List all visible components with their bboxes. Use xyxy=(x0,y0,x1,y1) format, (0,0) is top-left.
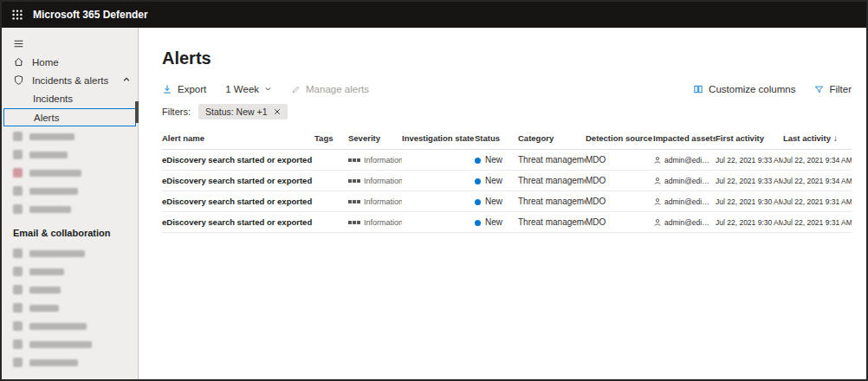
category-cell: Threat management xyxy=(518,176,586,185)
chevron-down-icon xyxy=(264,84,272,94)
alerts-table: Alert name Tags Severity Investigation s… xyxy=(139,127,866,233)
sidebar-item-redacted[interactable] xyxy=(2,244,138,262)
redacted-icon xyxy=(13,339,23,349)
sidebar-item-alerts[interactable]: Alerts xyxy=(3,108,136,126)
filters-row: Filters: Status: New +1 xyxy=(139,100,866,127)
sidebar-item-redacted[interactable] xyxy=(2,164,138,182)
redacted-label xyxy=(29,359,78,366)
alert-name-cell[interactable]: eDiscovery search started or exported xyxy=(162,197,314,206)
category-cell: Threat management xyxy=(518,155,586,165)
sidebar-item-redacted[interactable] xyxy=(2,299,138,317)
sidebar-item-redacted[interactable] xyxy=(2,317,138,335)
detection-source-cell: MDO xyxy=(586,176,653,185)
column-header-severity[interactable]: Severity xyxy=(348,133,402,143)
status-cell: New xyxy=(475,197,518,206)
sidebar-item-incidents[interactable]: Incidents xyxy=(2,89,138,107)
export-button[interactable]: Export xyxy=(162,84,206,94)
hamburger-icon xyxy=(13,38,24,49)
time-range-label: 1 Week xyxy=(225,84,259,94)
redacted-label xyxy=(29,305,59,312)
sidebar-item-incidents-alerts[interactable]: Incidents & alerts xyxy=(2,71,138,89)
main-content: Alerts Export 1 Week xyxy=(139,28,866,381)
alert-name-cell[interactable]: eDiscovery search started or exported xyxy=(162,176,314,185)
command-bar: Export 1 Week Manage alerts xyxy=(139,84,866,100)
table-header-row: Alert name Tags Severity Investigation s… xyxy=(162,127,852,150)
table-row[interactable]: eDiscovery search started or exported In… xyxy=(162,171,852,191)
sidebar: Home Incidents & alerts Incidents Alerts xyxy=(2,28,139,381)
last-activity-cell: Jul 22, 2021 9:31 AM xyxy=(783,218,852,227)
column-header-tags[interactable]: Tags xyxy=(314,133,348,143)
category-cell: Threat management xyxy=(518,197,586,206)
sidebar-item-redacted[interactable] xyxy=(2,262,138,281)
sidebar-item-redacted[interactable] xyxy=(2,182,138,200)
table-row[interactable]: eDiscovery search started or exported In… xyxy=(162,191,852,212)
top-bar: Microsoft 365 Defender xyxy=(2,2,866,28)
incidents-alerts-icon xyxy=(13,74,24,86)
category-cell: Threat management xyxy=(518,217,586,227)
redacted-icon xyxy=(13,303,23,313)
download-icon xyxy=(162,84,172,94)
alert-name-cell[interactable]: eDiscovery search started or exported xyxy=(162,217,314,227)
app-launcher-button[interactable] xyxy=(2,2,33,28)
severity-cell: Informational xyxy=(348,155,402,165)
severity-informational-icon xyxy=(348,158,360,162)
table-row[interactable]: eDiscovery search started or exported In… xyxy=(162,150,852,171)
sidebar-item-redacted[interactable] xyxy=(2,353,138,371)
user-icon xyxy=(653,218,662,227)
severity-informational-icon xyxy=(348,179,360,183)
sidebar-item-label: Alerts xyxy=(34,113,59,123)
sidebar-item-redacted[interactable] xyxy=(2,145,138,164)
redacted-icon xyxy=(13,285,23,294)
column-header-first-activity[interactable]: First activity xyxy=(716,133,783,143)
detection-source-cell: MDO xyxy=(586,155,653,165)
close-icon[interactable] xyxy=(274,108,281,115)
sidebar-item-redacted[interactable] xyxy=(2,200,138,218)
sidebar-redacted-group-bottom xyxy=(2,244,138,371)
redacted-label xyxy=(29,206,71,213)
sort-descending-icon: ↓ xyxy=(833,133,838,143)
page-title: Alerts xyxy=(162,48,866,68)
redacted-icon xyxy=(13,321,23,331)
column-header-status[interactable]: Status xyxy=(475,133,518,143)
sidebar-item-redacted[interactable] xyxy=(2,335,138,353)
sidebar-item-redacted[interactable] xyxy=(2,281,138,299)
first-activity-cell: Jul 22, 2021 9:30 AM xyxy=(716,197,783,206)
alert-name-cell[interactable]: eDiscovery search started or exported xyxy=(162,155,314,165)
customize-columns-button[interactable]: Customize columns xyxy=(693,84,795,94)
status-filter-chip[interactable]: Status: New +1 xyxy=(198,104,288,119)
filter-button[interactable]: Filter xyxy=(814,84,852,94)
status-new-dot-icon xyxy=(475,158,481,164)
impacted-assets-cell: admin@ediscode... xyxy=(653,218,716,227)
redacted-icon xyxy=(13,204,23,214)
time-range-dropdown[interactable]: 1 Week xyxy=(225,84,272,94)
redacted-icon xyxy=(13,150,23,159)
sidebar-item-redacted[interactable] xyxy=(2,127,138,145)
column-header-impacted-assets[interactable]: Impacted assets xyxy=(653,133,716,143)
user-icon xyxy=(653,177,662,185)
column-header-last-activity[interactable]: Last activity↓ xyxy=(783,133,852,143)
sidebar-section-email-collaboration: Email & collaboration xyxy=(2,218,138,244)
redacted-icon xyxy=(13,358,23,367)
redacted-icon xyxy=(13,132,23,141)
severity-cell: Informational xyxy=(348,217,402,227)
sidebar-item-label: Incidents xyxy=(33,94,73,104)
table-body: eDiscovery search started or exported In… xyxy=(162,150,852,233)
first-activity-cell: Jul 22, 2021 9:33 AM xyxy=(716,177,783,185)
column-header-investigation-state[interactable]: Investigation state xyxy=(402,133,475,143)
sidebar-item-label: Incidents & alerts xyxy=(32,75,108,86)
sidebar-item-home[interactable]: Home xyxy=(2,53,138,71)
sidebar-collapse-button[interactable] xyxy=(2,35,138,53)
sidebar-scrollbar-thumb[interactable] xyxy=(135,101,139,123)
manage-alerts-button[interactable]: Manage alerts xyxy=(291,84,369,94)
column-header-alert-name[interactable]: Alert name xyxy=(162,133,314,143)
last-activity-cell: Jul 22, 2021 9:34 AM xyxy=(783,177,852,185)
column-header-detection-source[interactable]: Detection source xyxy=(586,133,653,143)
status-cell: New xyxy=(475,217,518,227)
detection-source-cell: MDO xyxy=(586,217,653,227)
user-icon xyxy=(653,156,662,165)
column-header-category[interactable]: Category xyxy=(518,133,586,143)
detection-source-cell: MDO xyxy=(586,197,653,206)
manage-alerts-label: Manage alerts xyxy=(306,84,369,94)
impacted-assets-cell: admin@ediscode... xyxy=(653,177,716,185)
table-row[interactable]: eDiscovery search started or exported In… xyxy=(162,212,852,233)
